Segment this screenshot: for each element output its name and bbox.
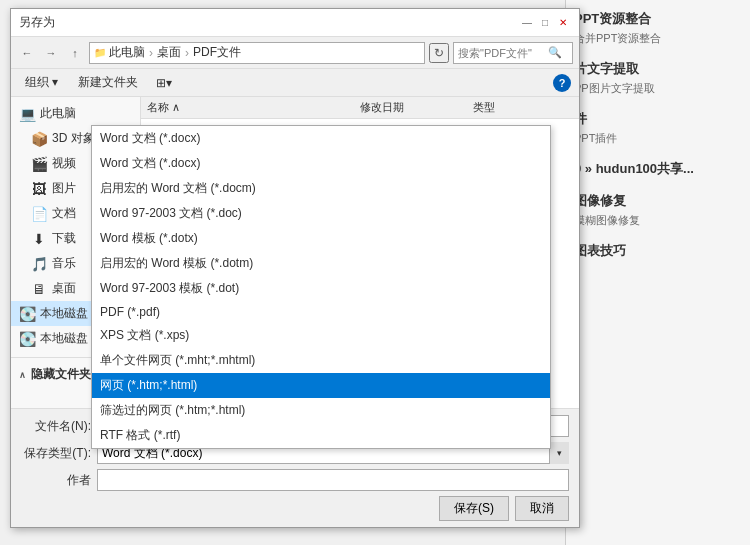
- dropdown-item-9[interactable]: 单个文件网页 (*.mht;*.mhtml): [92, 348, 550, 373]
- bg-item-6: 图表技巧: [574, 242, 742, 260]
- bg-title-4: 9 » hudun100共享...: [574, 160, 742, 178]
- chevron-up-icon: ∧: [19, 370, 26, 380]
- back-button[interactable]: ←: [17, 43, 37, 63]
- bg-subtitle-5: 模糊图像修复: [574, 213, 742, 228]
- bg-item-3: 件 PPT插件: [574, 110, 742, 146]
- breadcrumb-sep-1: ›: [149, 46, 153, 60]
- dropdown-item-12[interactable]: RTF 格式 (*.rtf): [92, 423, 550, 448]
- col-date[interactable]: 修改日期: [354, 97, 467, 118]
- title-bar: 另存为 — □ ✕: [11, 9, 579, 37]
- dropdown-item-11[interactable]: 筛选过的网页 (*.htm;*.html): [92, 398, 550, 423]
- file-list-header: 名称 ∧ 修改日期 类型: [141, 97, 579, 119]
- action-toolbar: 组织 ▾ 新建文件夹 ⊞▾ ?: [11, 69, 579, 97]
- drive-c-icon: 💽: [19, 306, 35, 322]
- bg-item-1: PPT资源整合 合并PPT资源整合: [574, 10, 742, 46]
- author-row: 作者: [21, 469, 569, 491]
- dropdown-item-2[interactable]: 启用宏的 Word 文档 (*.docm): [92, 176, 550, 201]
- address-folder-icon: 📁: [94, 47, 106, 58]
- bg-title-3: 件: [574, 110, 742, 128]
- computer-icon: 💻: [19, 106, 35, 122]
- sidebar-label-documents: 文档: [52, 205, 76, 222]
- breadcrumb-part-1[interactable]: 此电脑: [109, 44, 145, 61]
- sort-icon: ∧: [172, 101, 180, 114]
- desktop-icon: 🖥: [31, 281, 47, 297]
- close-button[interactable]: ✕: [555, 15, 571, 31]
- video-icon: 🎬: [31, 156, 47, 172]
- dropdown-item-10[interactable]: 网页 (*.htm;*.html): [92, 373, 550, 398]
- dropdown-item-1[interactable]: Word 文档 (*.docx): [92, 151, 550, 176]
- sidebar-label-desktop: 桌面: [52, 280, 76, 297]
- view-button[interactable]: ⊞▾: [152, 74, 176, 92]
- save-dialog: 另存为 — □ ✕ ← → ↑ 📁 此电脑 › 桌面 › PDF文件 ↻ 🔍: [10, 8, 580, 528]
- form-buttons: 保存(S) 取消: [21, 496, 569, 521]
- search-input[interactable]: [458, 47, 548, 59]
- pictures-icon: 🖼: [31, 181, 47, 197]
- bg-title-2: 片文字提取: [574, 60, 742, 78]
- breadcrumb-part-3[interactable]: PDF文件: [193, 44, 241, 61]
- sidebar-label-3d: 3D 对象: [52, 130, 95, 147]
- up-button[interactable]: ↑: [65, 43, 85, 63]
- background-panel: PPT资源整合 合并PPT资源整合 片文字提取 PP图片文字提取 件 PPT插件…: [565, 0, 750, 545]
- sidebar-item-computer[interactable]: 💻 此电脑: [11, 101, 140, 126]
- sidebar-label-video: 视频: [52, 155, 76, 172]
- hidden-section-label: 隐藏文件夹: [31, 366, 91, 383]
- bg-subtitle-2: PP图片文字提取: [574, 81, 742, 96]
- forward-button[interactable]: →: [41, 43, 61, 63]
- drive-d-icon: 💽: [19, 331, 35, 347]
- dropdown-item-3[interactable]: Word 97-2003 文档 (*.doc): [92, 201, 550, 226]
- filetype-label: 保存类型(T):: [21, 445, 91, 462]
- sidebar-label-computer: 此电脑: [40, 105, 76, 122]
- bg-subtitle-1: 合并PPT资源整合: [574, 31, 742, 46]
- dropdown-item-6[interactable]: Word 97-2003 模板 (*.dot): [92, 276, 550, 301]
- dropdown-item-4[interactable]: Word 模板 (*.dotx): [92, 226, 550, 251]
- breadcrumb: 此电脑 › 桌面 › PDF文件: [109, 44, 241, 61]
- col-date-label: 修改日期: [360, 100, 404, 115]
- sidebar-label-music: 音乐: [52, 255, 76, 272]
- dropdown-item-8[interactable]: XPS 文档 (*.xps): [92, 323, 550, 348]
- cancel-button[interactable]: 取消: [515, 496, 569, 521]
- col-type[interactable]: 类型: [467, 97, 580, 118]
- dropdown-item-5[interactable]: 启用宏的 Word 模板 (*.dotm): [92, 251, 550, 276]
- bg-title-1: PPT资源整合: [574, 10, 742, 28]
- col-name-label: 名称: [147, 100, 169, 115]
- new-folder-button[interactable]: 新建文件夹: [72, 72, 144, 93]
- sidebar-label-downloads: 下载: [52, 230, 76, 247]
- bg-item-5: 图像修复 模糊图像修复: [574, 192, 742, 228]
- dialog-title: 另存为: [19, 14, 519, 31]
- author-label: 作者: [21, 472, 91, 489]
- breadcrumb-part-2[interactable]: 桌面: [157, 44, 181, 61]
- search-box[interactable]: 🔍: [453, 42, 573, 64]
- documents-icon: 📄: [31, 206, 47, 222]
- music-icon: 🎵: [31, 256, 47, 272]
- breadcrumb-sep-2: ›: [185, 46, 189, 60]
- search-button[interactable]: 🔍: [548, 46, 562, 59]
- bg-title-6: 图表技巧: [574, 242, 742, 260]
- dropdown-item-0[interactable]: Word 文档 (*.docx): [92, 126, 550, 151]
- sidebar-label-pictures: 图片: [52, 180, 76, 197]
- save-button[interactable]: 保存(S): [439, 496, 509, 521]
- downloads-icon: ⬇: [31, 231, 47, 247]
- maximize-button[interactable]: □: [537, 15, 553, 31]
- col-name[interactable]: 名称 ∧: [141, 97, 354, 118]
- filename-label: 文件名(N):: [21, 418, 91, 435]
- address-bar: 📁 此电脑 › 桌面 › PDF文件: [89, 42, 425, 64]
- 3d-icon: 📦: [31, 131, 47, 147]
- bg-item-2: 片文字提取 PP图片文字提取: [574, 60, 742, 96]
- bg-subtitle-3: PPT插件: [574, 131, 742, 146]
- author-input[interactable]: [97, 469, 569, 491]
- organize-button[interactable]: 组织 ▾: [19, 72, 64, 93]
- refresh-button[interactable]: ↻: [429, 43, 449, 63]
- minimize-button[interactable]: —: [519, 15, 535, 31]
- address-toolbar: ← → ↑ 📁 此电脑 › 桌面 › PDF文件 ↻ 🔍: [11, 37, 579, 69]
- col-type-label: 类型: [473, 100, 495, 115]
- help-button[interactable]: ?: [553, 74, 571, 92]
- bg-item-4: 9 » hudun100共享...: [574, 160, 742, 178]
- bg-title-5: 图像修复: [574, 192, 742, 210]
- dropdown-item-7[interactable]: PDF (*.pdf): [92, 301, 550, 323]
- title-bar-controls: — □ ✕: [519, 15, 571, 31]
- filetype-dropdown: Word 文档 (*.docx) Word 文档 (*.docx) 启用宏的 W…: [91, 125, 551, 449]
